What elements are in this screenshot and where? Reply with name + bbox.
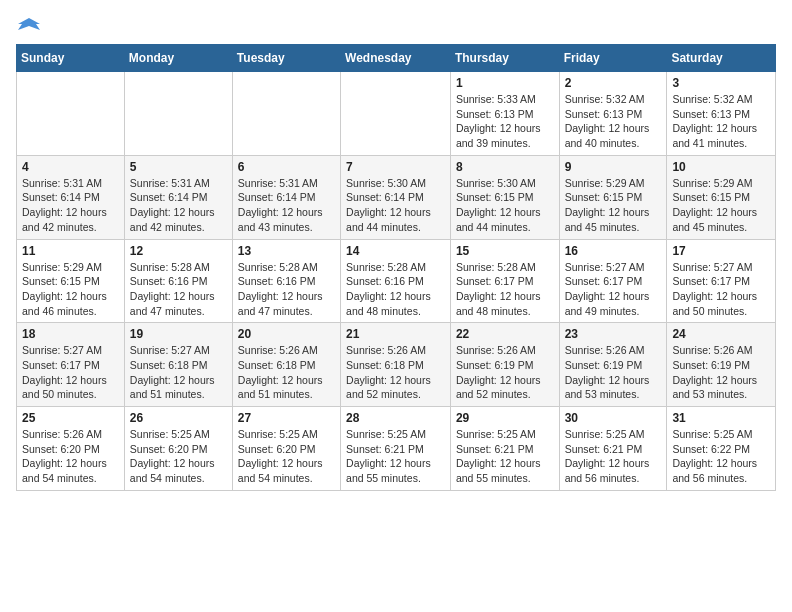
- day-number: 11: [22, 244, 119, 258]
- day-info: Sunrise: 5:28 AM Sunset: 6:17 PM Dayligh…: [456, 260, 554, 319]
- day-number: 12: [130, 244, 227, 258]
- calendar-week-row: 18Sunrise: 5:27 AM Sunset: 6:17 PM Dayli…: [17, 323, 776, 407]
- day-number: 29: [456, 411, 554, 425]
- day-info: Sunrise: 5:32 AM Sunset: 6:13 PM Dayligh…: [672, 92, 770, 151]
- day-info: Sunrise: 5:27 AM Sunset: 6:17 PM Dayligh…: [565, 260, 662, 319]
- calendar-cell: 30Sunrise: 5:25 AM Sunset: 6:21 PM Dayli…: [559, 407, 667, 491]
- calendar-cell: 5Sunrise: 5:31 AM Sunset: 6:14 PM Daylig…: [124, 155, 232, 239]
- day-number: 20: [238, 327, 335, 341]
- column-header-friday: Friday: [559, 45, 667, 72]
- day-number: 28: [346, 411, 445, 425]
- calendar-cell: 10Sunrise: 5:29 AM Sunset: 6:15 PM Dayli…: [667, 155, 776, 239]
- day-info: Sunrise: 5:27 AM Sunset: 6:18 PM Dayligh…: [130, 343, 227, 402]
- day-info: Sunrise: 5:25 AM Sunset: 6:21 PM Dayligh…: [565, 427, 662, 486]
- calendar-cell: 28Sunrise: 5:25 AM Sunset: 6:21 PM Dayli…: [341, 407, 451, 491]
- day-number: 25: [22, 411, 119, 425]
- day-number: 2: [565, 76, 662, 90]
- day-number: 24: [672, 327, 770, 341]
- calendar-cell: 23Sunrise: 5:26 AM Sunset: 6:19 PM Dayli…: [559, 323, 667, 407]
- calendar-cell: 22Sunrise: 5:26 AM Sunset: 6:19 PM Dayli…: [450, 323, 559, 407]
- day-number: 31: [672, 411, 770, 425]
- calendar-week-row: 25Sunrise: 5:26 AM Sunset: 6:20 PM Dayli…: [17, 407, 776, 491]
- day-number: 5: [130, 160, 227, 174]
- day-info: Sunrise: 5:29 AM Sunset: 6:15 PM Dayligh…: [22, 260, 119, 319]
- day-info: Sunrise: 5:28 AM Sunset: 6:16 PM Dayligh…: [346, 260, 445, 319]
- day-info: Sunrise: 5:26 AM Sunset: 6:19 PM Dayligh…: [672, 343, 770, 402]
- day-number: 27: [238, 411, 335, 425]
- day-info: Sunrise: 5:29 AM Sunset: 6:15 PM Dayligh…: [565, 176, 662, 235]
- calendar-cell: 15Sunrise: 5:28 AM Sunset: 6:17 PM Dayli…: [450, 239, 559, 323]
- day-number: 6: [238, 160, 335, 174]
- day-number: 19: [130, 327, 227, 341]
- day-info: Sunrise: 5:31 AM Sunset: 6:14 PM Dayligh…: [22, 176, 119, 235]
- column-header-thursday: Thursday: [450, 45, 559, 72]
- day-info: Sunrise: 5:29 AM Sunset: 6:15 PM Dayligh…: [672, 176, 770, 235]
- day-number: 16: [565, 244, 662, 258]
- calendar-cell: 6Sunrise: 5:31 AM Sunset: 6:14 PM Daylig…: [232, 155, 340, 239]
- day-number: 4: [22, 160, 119, 174]
- day-info: Sunrise: 5:28 AM Sunset: 6:16 PM Dayligh…: [130, 260, 227, 319]
- day-info: Sunrise: 5:28 AM Sunset: 6:16 PM Dayligh…: [238, 260, 335, 319]
- calendar-week-row: 11Sunrise: 5:29 AM Sunset: 6:15 PM Dayli…: [17, 239, 776, 323]
- day-number: 22: [456, 327, 554, 341]
- calendar-cell: 21Sunrise: 5:26 AM Sunset: 6:18 PM Dayli…: [341, 323, 451, 407]
- day-info: Sunrise: 5:25 AM Sunset: 6:22 PM Dayligh…: [672, 427, 770, 486]
- calendar-cell: [17, 72, 125, 156]
- day-number: 8: [456, 160, 554, 174]
- column-header-tuesday: Tuesday: [232, 45, 340, 72]
- day-number: 21: [346, 327, 445, 341]
- calendar-week-row: 4Sunrise: 5:31 AM Sunset: 6:14 PM Daylig…: [17, 155, 776, 239]
- day-info: Sunrise: 5:25 AM Sunset: 6:21 PM Dayligh…: [456, 427, 554, 486]
- day-info: Sunrise: 5:26 AM Sunset: 6:18 PM Dayligh…: [346, 343, 445, 402]
- day-info: Sunrise: 5:30 AM Sunset: 6:14 PM Dayligh…: [346, 176, 445, 235]
- column-header-wednesday: Wednesday: [341, 45, 451, 72]
- day-number: 18: [22, 327, 119, 341]
- calendar-cell: 19Sunrise: 5:27 AM Sunset: 6:18 PM Dayli…: [124, 323, 232, 407]
- day-info: Sunrise: 5:26 AM Sunset: 6:19 PM Dayligh…: [565, 343, 662, 402]
- day-number: 9: [565, 160, 662, 174]
- day-info: Sunrise: 5:27 AM Sunset: 6:17 PM Dayligh…: [672, 260, 770, 319]
- calendar-week-row: 1Sunrise: 5:33 AM Sunset: 6:13 PM Daylig…: [17, 72, 776, 156]
- calendar-cell: 3Sunrise: 5:32 AM Sunset: 6:13 PM Daylig…: [667, 72, 776, 156]
- calendar-cell: 20Sunrise: 5:26 AM Sunset: 6:18 PM Dayli…: [232, 323, 340, 407]
- calendar-cell: 8Sunrise: 5:30 AM Sunset: 6:15 PM Daylig…: [450, 155, 559, 239]
- calendar-cell: 13Sunrise: 5:28 AM Sunset: 6:16 PM Dayli…: [232, 239, 340, 323]
- calendar-cell: 29Sunrise: 5:25 AM Sunset: 6:21 PM Dayli…: [450, 407, 559, 491]
- day-info: Sunrise: 5:33 AM Sunset: 6:13 PM Dayligh…: [456, 92, 554, 151]
- calendar-cell: 24Sunrise: 5:26 AM Sunset: 6:19 PM Dayli…: [667, 323, 776, 407]
- day-info: Sunrise: 5:27 AM Sunset: 6:17 PM Dayligh…: [22, 343, 119, 402]
- calendar-cell: 12Sunrise: 5:28 AM Sunset: 6:16 PM Dayli…: [124, 239, 232, 323]
- calendar-cell: 14Sunrise: 5:28 AM Sunset: 6:16 PM Dayli…: [341, 239, 451, 323]
- day-info: Sunrise: 5:26 AM Sunset: 6:18 PM Dayligh…: [238, 343, 335, 402]
- calendar-cell: 26Sunrise: 5:25 AM Sunset: 6:20 PM Dayli…: [124, 407, 232, 491]
- calendar-table: SundayMondayTuesdayWednesdayThursdayFrid…: [16, 44, 776, 491]
- day-number: 7: [346, 160, 445, 174]
- page-header: [16, 16, 776, 32]
- calendar-cell: 11Sunrise: 5:29 AM Sunset: 6:15 PM Dayli…: [17, 239, 125, 323]
- calendar-cell: [341, 72, 451, 156]
- day-number: 23: [565, 327, 662, 341]
- day-number: 17: [672, 244, 770, 258]
- calendar-cell: 25Sunrise: 5:26 AM Sunset: 6:20 PM Dayli…: [17, 407, 125, 491]
- logo: [16, 16, 40, 32]
- day-info: Sunrise: 5:30 AM Sunset: 6:15 PM Dayligh…: [456, 176, 554, 235]
- calendar-cell: [124, 72, 232, 156]
- column-header-sunday: Sunday: [17, 45, 125, 72]
- calendar-cell: 7Sunrise: 5:30 AM Sunset: 6:14 PM Daylig…: [341, 155, 451, 239]
- calendar-cell: 17Sunrise: 5:27 AM Sunset: 6:17 PM Dayli…: [667, 239, 776, 323]
- calendar-cell: 2Sunrise: 5:32 AM Sunset: 6:13 PM Daylig…: [559, 72, 667, 156]
- column-header-saturday: Saturday: [667, 45, 776, 72]
- calendar-cell: [232, 72, 340, 156]
- day-info: Sunrise: 5:25 AM Sunset: 6:20 PM Dayligh…: [238, 427, 335, 486]
- calendar-cell: 31Sunrise: 5:25 AM Sunset: 6:22 PM Dayli…: [667, 407, 776, 491]
- day-number: 3: [672, 76, 770, 90]
- column-header-monday: Monday: [124, 45, 232, 72]
- calendar-cell: 1Sunrise: 5:33 AM Sunset: 6:13 PM Daylig…: [450, 72, 559, 156]
- svg-marker-0: [18, 18, 40, 30]
- logo-bird-icon: [18, 16, 40, 38]
- day-info: Sunrise: 5:32 AM Sunset: 6:13 PM Dayligh…: [565, 92, 662, 151]
- calendar-cell: 27Sunrise: 5:25 AM Sunset: 6:20 PM Dayli…: [232, 407, 340, 491]
- calendar-cell: 16Sunrise: 5:27 AM Sunset: 6:17 PM Dayli…: [559, 239, 667, 323]
- day-number: 14: [346, 244, 445, 258]
- day-info: Sunrise: 5:26 AM Sunset: 6:20 PM Dayligh…: [22, 427, 119, 486]
